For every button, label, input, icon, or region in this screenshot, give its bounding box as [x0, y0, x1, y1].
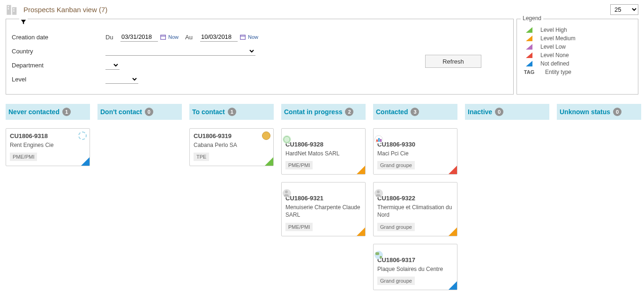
- level-label: Level: [12, 76, 105, 83]
- ring-icon: [78, 132, 87, 140]
- chart-icon: [374, 135, 383, 144]
- globe-icon: [283, 135, 291, 144]
- calendar-icon[interactable]: [240, 34, 246, 40]
- triangle-icon: [523, 52, 536, 58]
- legend-item: Not defined: [523, 60, 632, 67]
- kanban-column: Contacted3 CU1806-9330 Maci Pci Cie Gran…: [373, 104, 457, 298]
- du-label: Du: [105, 34, 120, 41]
- triangle-icon: [523, 61, 536, 66]
- svg-rect-4: [13, 8, 14, 9]
- calendar-icon[interactable]: [160, 34, 166, 40]
- level-corner-icon: [81, 157, 90, 166]
- legend-tag-label: TAG: [523, 69, 536, 75]
- kanban-column: Inactive0: [465, 104, 549, 298]
- column-header: Contacted3: [373, 104, 457, 120]
- level-corner-icon: [265, 157, 273, 166]
- kanban-card[interactable]: CU1806-9317 Plaque Solaires du Centre Gr…: [373, 244, 457, 290]
- card-company: Maci Pci Cie: [377, 150, 453, 157]
- earth-icon: [374, 251, 383, 259]
- column-title: Don't contact: [100, 108, 142, 116]
- legend-title: Legend: [521, 15, 543, 22]
- legend-label: Level Low: [540, 44, 566, 50]
- column-header: Don't contact0: [97, 104, 182, 120]
- triangle-icon: [523, 44, 536, 50]
- level-corner-icon: [449, 166, 457, 174]
- kanban-column: To contact1 CU1806-9319 Cabana Perlo SA …: [189, 104, 274, 298]
- level-corner-icon: [357, 227, 365, 236]
- kanban-column: Never contacted1 CU1806-9318 Rent Engine…: [6, 104, 90, 298]
- legend-label: Level None: [540, 52, 569, 58]
- creation-date-label: Creation date: [12, 34, 105, 41]
- column-title: Unknown status: [560, 108, 610, 116]
- card-tag: Grand groupe: [377, 277, 415, 285]
- building-icon: [6, 3, 19, 16]
- column-title: Never contacted: [8, 108, 60, 116]
- svg-rect-1: [12, 7, 16, 15]
- legend-item: Level None: [523, 52, 632, 58]
- card-tag: PME/PMI: [285, 161, 313, 169]
- department-select[interactable]: [105, 60, 120, 70]
- card-company: Menuiserie Charpente Claude SARL: [285, 204, 361, 219]
- page-size-select[interactable]: 25: [610, 4, 638, 15]
- legend-label: Not defined: [540, 60, 569, 67]
- country-label: Country: [12, 48, 105, 55]
- now-link-from[interactable]: Now: [168, 34, 179, 40]
- column-count: 0: [613, 108, 622, 116]
- svg-rect-8: [240, 35, 246, 39]
- card-id: CU1806-9322: [377, 195, 453, 202]
- triangle-icon: [523, 36, 536, 41]
- card-id: CU1806-9317: [377, 256, 453, 263]
- kanban-card[interactable]: CU1806-9328 HardNet Matos SARL PME/PMI: [281, 128, 366, 175]
- level-select[interactable]: [105, 74, 138, 84]
- kanban-card[interactable]: CU1806-9319 Cabana Perlo SA TPE: [189, 128, 274, 166]
- card-id: CU1806-9328: [285, 141, 361, 148]
- legend-label: Level Medium: [540, 35, 576, 42]
- column-header: Contat in progress2: [281, 104, 366, 120]
- card-id: CU1806-9319: [194, 132, 270, 139]
- kanban-board: Never contacted1 CU1806-9318 Rent Engine…: [6, 104, 638, 298]
- column-title: Contacted: [376, 108, 408, 116]
- column-header: To contact1: [189, 104, 274, 120]
- svg-rect-5: [13, 10, 14, 11]
- now-link-to[interactable]: Now: [248, 34, 258, 40]
- svg-rect-2: [8, 6, 9, 7]
- legend-label: Level High: [540, 27, 567, 33]
- card-id: CU1806-9318: [10, 132, 86, 139]
- kanban-card[interactable]: CU1806-9322 Thermique et Climatisation d…: [373, 182, 457, 236]
- date-from-input[interactable]: [120, 32, 158, 42]
- column-count: 1: [228, 108, 236, 116]
- card-company: Thermique et Climatisation du Nord: [377, 204, 453, 219]
- page-title: Prospects Kanban view (7): [23, 6, 610, 14]
- refresh-button[interactable]: Refresh: [425, 55, 481, 68]
- column-count: 2: [345, 108, 353, 116]
- card-company: Rent Engines Cie: [10, 141, 86, 149]
- column-title: To contact: [192, 108, 225, 116]
- coin-icon: [262, 132, 270, 140]
- card-company: Plaque Solaires du Centre: [377, 265, 453, 273]
- card-tag: TPE: [194, 153, 209, 161]
- kanban-column: Unknown status0: [557, 104, 641, 298]
- card-id: CU1806-9330: [377, 141, 453, 148]
- country-select[interactable]: [105, 46, 255, 56]
- legend-item: Level Low: [523, 44, 632, 50]
- level-corner-icon: [449, 227, 457, 236]
- legend-panel: Legend Level HighLevel MediumLevel LowLe…: [517, 19, 638, 95]
- kanban-column: Contat in progress2 CU1806-9328 HardNet …: [281, 104, 366, 298]
- card-tag: Grand groupe: [377, 223, 415, 231]
- level-corner-icon: [449, 281, 457, 290]
- legend-item: Level High: [523, 27, 632, 33]
- date-to-input[interactable]: [200, 32, 238, 42]
- kanban-card[interactable]: CU1806-9321 Menuiserie Charpente Claude …: [281, 182, 366, 236]
- card-company: Cabana Perlo SA: [194, 141, 270, 149]
- level-corner-icon: [357, 166, 365, 174]
- column-header: Unknown status0: [557, 104, 641, 120]
- column-title: Contat in progress: [284, 108, 342, 116]
- column-count: 3: [411, 108, 419, 116]
- filter-panel: Creation date Du Now Au Now Country D: [6, 19, 514, 95]
- column-header: Never contacted1: [6, 104, 90, 120]
- kanban-card[interactable]: CU1806-9318 Rent Engines Cie PME/PMI: [6, 128, 90, 166]
- kanban-card[interactable]: CU1806-9330 Maci Pci Cie Grand groupe: [373, 128, 457, 175]
- kanban-column: Don't contact0: [97, 104, 182, 298]
- legend-tag-text: Entity type: [545, 69, 571, 75]
- card-tag: PME/PMI: [285, 223, 313, 231]
